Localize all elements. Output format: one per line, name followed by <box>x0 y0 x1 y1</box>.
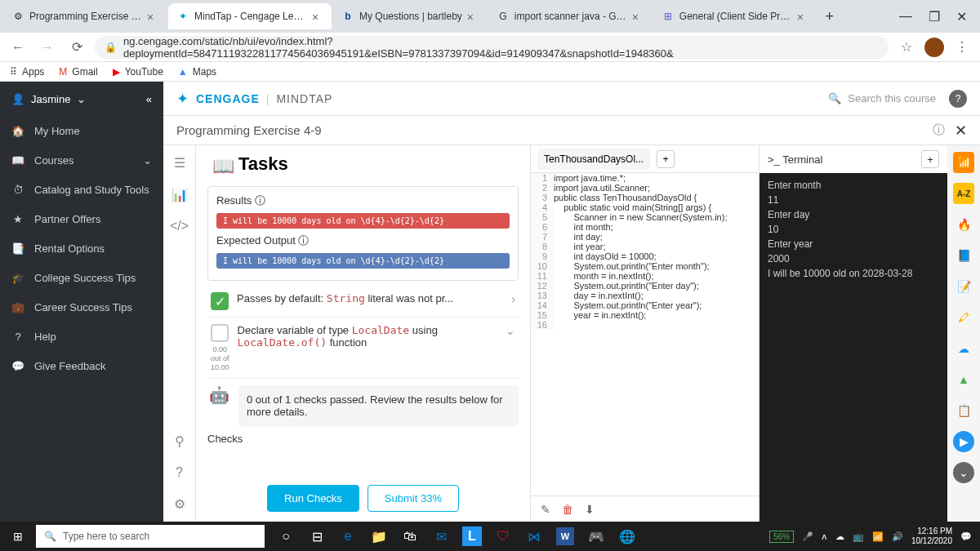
mcafee-icon[interactable]: 🛡 <box>488 522 518 551</box>
maps-bookmark[interactable]: ▲Maps <box>178 66 216 78</box>
close-icon[interactable]: × <box>147 11 158 22</box>
share-icon[interactable]: ⚲ <box>175 433 185 449</box>
help-button[interactable]: ? <box>949 90 967 108</box>
browser-tab[interactable]: ⊞General (Client Side Programm× <box>653 3 817 29</box>
notes-icon[interactable]: 📋 <box>953 400 974 421</box>
sidebar-item-offers[interactable]: ★Partner Offers <box>0 204 163 233</box>
drive-icon[interactable]: ▲ <box>953 369 974 390</box>
sidebar-item-career[interactable]: 💼Career Success Tips <box>0 292 163 322</box>
editor-tab[interactable]: TenThousandDaysOl... <box>537 149 650 170</box>
reload-button[interactable]: ⟳ <box>65 36 88 59</box>
discord-icon[interactable]: 🎮 <box>581 522 611 551</box>
task-row-declare[interactable]: 0.00 out of 10.00 Declare variable of ty… <box>207 318 519 379</box>
sidebar-item-feedback[interactable]: 💬Give Feedback <box>0 351 163 380</box>
store-icon[interactable]: 🛍 <box>395 522 425 551</box>
forward-button[interactable]: → <box>36 36 59 59</box>
task-row-pass[interactable]: ✓ Passes by default: String literal was … <box>207 286 519 318</box>
menu-icon[interactable]: ⋮ <box>951 36 973 59</box>
youtube-bookmark[interactable]: ▶YouTube <box>113 66 163 78</box>
code-icon[interactable]: </> <box>170 219 189 233</box>
list-icon[interactable]: ☰ <box>174 155 185 171</box>
rss-icon[interactable]: 📶 <box>953 152 974 173</box>
delete-icon[interactable]: 🗑 <box>562 503 573 516</box>
submit-button[interactable]: Submit 33% <box>368 485 459 512</box>
home-icon: 🏠 <box>11 125 24 137</box>
close-icon[interactable]: ✕ <box>955 122 967 140</box>
sidebar-item-courses[interactable]: 📖Courses⌄ <box>0 145 163 175</box>
new-tab-button[interactable]: + <box>818 5 841 28</box>
user-menu[interactable]: 👤Jasmine ⌄« <box>0 82 163 116</box>
star-icon[interactable]: ☆ <box>895 36 918 59</box>
edit-icon[interactable]: ✎ <box>541 503 550 516</box>
chrome-icon[interactable]: 🌐 <box>612 522 642 551</box>
add-terminal-button[interactable]: + <box>921 150 939 168</box>
tray-wifi-icon[interactable]: 📶 <box>872 531 884 542</box>
taskbar-search[interactable]: 🔍Type here to search <box>36 525 265 548</box>
close-icon[interactable]: × <box>467 11 479 22</box>
sidebar-item-home[interactable]: 🏠My Home <box>0 116 163 145</box>
code-area[interactable]: 1import java.time.*;2import java.util.Sc… <box>531 173 759 495</box>
course-search[interactable]: 🔍Search this course <box>828 92 936 104</box>
tray-cast-icon[interactable]: 📺 <box>853 531 864 542</box>
browser-tab[interactable]: Gimport scanner java - Google S× <box>488 3 652 29</box>
collapse-icon[interactable]: « <box>146 93 152 105</box>
vscode-icon[interactable]: ⋈ <box>519 522 549 551</box>
tab-title: Programming Exercise 3-8 <box>29 11 142 22</box>
chevron-down-icon: ⌄ <box>77 93 86 105</box>
highlight-icon[interactable]: 🖍 <box>953 307 974 328</box>
help-icon[interactable]: ? <box>176 465 183 480</box>
play-icon[interactable]: ▶ <box>953 431 974 452</box>
add-file-button[interactable]: + <box>657 150 675 168</box>
notifications-icon[interactable]: 💬 <box>960 531 972 542</box>
terminal-output[interactable]: Enter month11Enter day10Enter year2000I … <box>760 173 947 522</box>
tray-up-icon[interactable]: ʌ <box>822 531 827 542</box>
battery-indicator[interactable]: 56% <box>769 531 794 543</box>
sidebar-item-college[interactable]: 🎓College Success Tips <box>0 263 163 292</box>
explorer-icon[interactable]: 📁 <box>364 522 394 551</box>
chart-icon[interactable]: 📊 <box>172 187 188 202</box>
apps-bookmark[interactable]: ⠿Apps <box>10 66 44 78</box>
edge-icon[interactable]: e <box>333 522 363 551</box>
app-header: ✦ CENGAGE | MINDTAP 🔍Search this course … <box>163 82 980 116</box>
back-button[interactable]: ← <box>7 36 29 59</box>
browser-tab[interactable]: ⚙Programming Exercise 3-8× <box>3 3 167 29</box>
az-icon[interactable]: A-Z <box>953 183 974 204</box>
close-icon[interactable]: × <box>632 11 644 22</box>
flame-icon[interactable]: 🔥 <box>953 214 974 235</box>
word-icon[interactable]: W <box>556 527 574 545</box>
settings-icon[interactable]: ⚙ <box>174 496 185 512</box>
app-icon[interactable]: L <box>462 527 482 546</box>
tab-title: My Questions | bartleby <box>359 11 462 22</box>
close-window-icon[interactable]: ✕ <box>956 9 967 24</box>
sidebar-item-rental[interactable]: 📑Rental Options <box>0 233 163 263</box>
tray-volume-icon[interactable]: 🔊 <box>892 531 903 542</box>
profile-avatar[interactable] <box>924 38 944 57</box>
browser-tab[interactable]: bMy Questions | bartleby× <box>333 3 487 29</box>
download-icon[interactable]: ⬇ <box>585 503 595 516</box>
browser-tab-active[interactable]: ✦MindTap - Cengage Learning× <box>168 3 332 29</box>
maximize-icon[interactable]: ❐ <box>929 9 940 24</box>
close-icon[interactable]: × <box>797 11 808 22</box>
mail-icon[interactable]: ✉ <box>426 522 456 551</box>
nav-sidebar: 👤Jasmine ⌄« 🏠My Home 📖Courses⌄ ⏱Catalog … <box>0 82 163 522</box>
sidebar-item-help[interactable]: ?Help <box>0 322 163 351</box>
note-icon[interactable]: 📝 <box>953 276 974 297</box>
expand-icon[interactable]: ⌄ <box>953 462 974 483</box>
cloud-icon[interactable]: ☁ <box>953 338 974 359</box>
book-icon[interactable]: 📘 <box>953 245 974 266</box>
tray-mic-icon[interactable]: 🎤 <box>802 531 813 542</box>
info-icon[interactable]: ⓘ <box>933 122 945 138</box>
run-checks-button[interactable]: Run Checks <box>267 485 359 512</box>
minimize-icon[interactable]: — <box>899 9 912 24</box>
start-button[interactable]: ⊞ <box>0 522 36 551</box>
url-input[interactable]: 🔒ng.cengage.com/static/nb/ui/evo/index.h… <box>95 36 889 59</box>
tray-cloud-icon[interactable]: ☁ <box>835 531 844 542</box>
gmail-bookmark[interactable]: MGmail <box>59 66 97 78</box>
windows-taskbar: ⊞ 🔍Type here to search ○ ⊟ e 📁 🛍 ✉ L 🛡 ⋈… <box>0 522 980 551</box>
cortana-icon[interactable]: ○ <box>271 522 301 551</box>
taskbar-clock[interactable]: 12:16 PM10/12/2020 <box>911 527 952 546</box>
bookmark-icon: 📑 <box>11 242 24 255</box>
task-view-icon[interactable]: ⊟ <box>302 522 332 551</box>
close-icon[interactable]: × <box>312 11 323 22</box>
sidebar-item-catalog[interactable]: ⏱Catalog and Study Tools <box>0 175 163 204</box>
